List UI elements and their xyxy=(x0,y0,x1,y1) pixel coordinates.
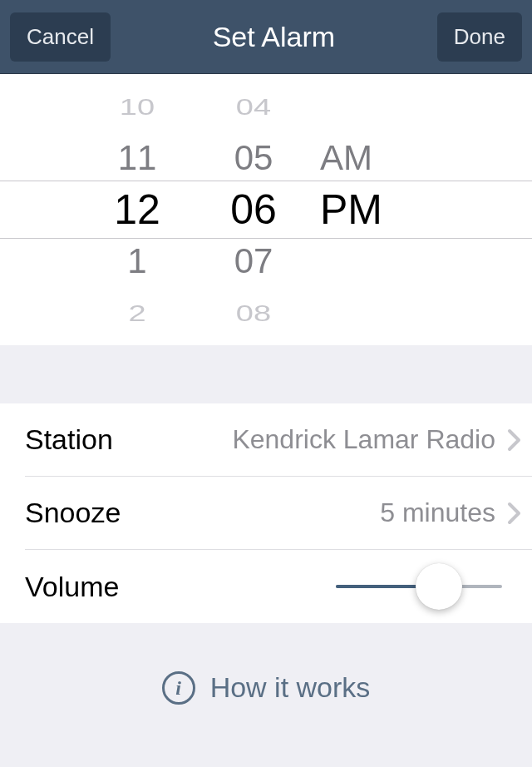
done-button[interactable]: Done xyxy=(437,12,522,62)
hour-option: 11 xyxy=(118,132,157,184)
volume-row: Volume xyxy=(25,550,532,623)
period-selected: PM xyxy=(320,184,382,235)
hour-selected: 12 xyxy=(114,184,160,235)
minute-option: 05 xyxy=(234,132,273,184)
period-option xyxy=(320,87,329,126)
hour-option: 2 xyxy=(128,294,145,333)
hour-option: 1 xyxy=(127,235,146,287)
hour-picker-column[interactable]: 10 11 12 1 2 xyxy=(79,74,195,345)
minute-selected: 06 xyxy=(230,184,277,235)
info-icon: i xyxy=(162,671,195,705)
period-option: AM xyxy=(320,132,372,184)
period-option xyxy=(320,294,329,333)
chevron-right-icon xyxy=(507,502,522,525)
cancel-button[interactable]: Cancel xyxy=(10,12,111,62)
hour-option: 10 xyxy=(120,87,155,126)
spacer xyxy=(0,345,532,403)
station-label: Station xyxy=(25,423,113,456)
volume-label: Volume xyxy=(25,571,119,603)
volume-slider[interactable] xyxy=(336,562,502,611)
minute-picker-column[interactable]: 04 05 06 07 08 xyxy=(195,74,312,345)
how-it-works-row[interactable]: i How it works xyxy=(0,623,532,752)
snooze-row[interactable]: Snooze 5 minutes xyxy=(25,477,532,550)
how-it-works-label: How it works xyxy=(210,671,371,704)
station-row[interactable]: Station Kendrick Lamar Radio xyxy=(25,403,532,477)
snooze-value: 5 minutes xyxy=(380,497,495,528)
header-bar: Cancel Set Alarm Done xyxy=(0,0,532,74)
snooze-label: Snooze xyxy=(25,497,121,529)
time-picker[interactable]: 10 11 12 1 2 04 05 06 07 08 AM PM xyxy=(0,74,532,345)
period-picker-column[interactable]: AM PM xyxy=(312,74,411,345)
chevron-right-icon xyxy=(507,428,522,452)
station-value: Kendrick Lamar Radio xyxy=(232,424,495,455)
period-option xyxy=(320,235,330,287)
minute-option: 04 xyxy=(236,87,271,126)
page-title: Set Alarm xyxy=(213,21,335,53)
alarm-settings-list: Station Kendrick Lamar Radio Snooze 5 mi… xyxy=(0,403,532,623)
minute-option: 07 xyxy=(234,235,273,287)
minute-option: 08 xyxy=(236,294,271,333)
slider-thumb[interactable] xyxy=(416,563,462,610)
